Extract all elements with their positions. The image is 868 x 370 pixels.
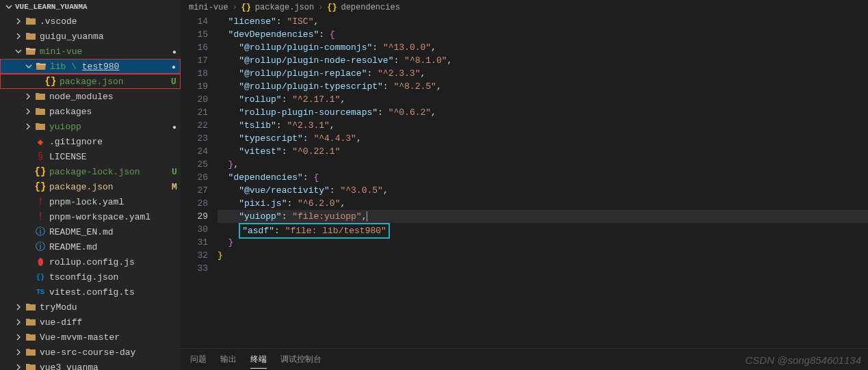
code-line[interactable]: "@rollup/plugin-typescript": "^8.2.5", [218, 80, 868, 93]
modified-dot-icon [168, 47, 181, 57]
tree-item[interactable]: !pnpm-lock.yaml [0, 194, 181, 209]
code-line[interactable]: "rollup-plugin-sourcemaps": "^0.6.2", [218, 106, 868, 119]
tree-item[interactable]: guigu_yuanma [0, 29, 181, 44]
line-number: 29 [181, 210, 208, 223]
code-line[interactable]: "tslib": "^2.3.1", [218, 119, 868, 132]
tree-item[interactable]: vue-diff [0, 315, 181, 330]
tree-item[interactable]: ⬮rollup.config.js [0, 254, 181, 269]
chevron-right-icon [15, 349, 22, 356]
git-icon: ◆ [35, 136, 46, 147]
license-icon: § [35, 151, 46, 162]
ts-json-icon: {} [35, 272, 46, 282]
chevron-right-icon [15, 334, 22, 341]
tree-item[interactable]: node_modules [0, 89, 181, 104]
line-number: 14 [181, 15, 208, 28]
tree-item[interactable]: ◆.gitignore [0, 134, 181, 149]
chevron-right-icon [15, 364, 22, 370]
line-number: 30 [181, 223, 208, 236]
md-icon: ⓘ [35, 241, 46, 252]
tree-item[interactable]: ⓘREADME.md [0, 239, 181, 254]
code-line[interactable]: "dependencies": { [218, 171, 868, 184]
git-status-badge: M [168, 182, 181, 192]
folder-icon [35, 121, 46, 132]
breadcrumb[interactable]: mini-vue › {} package.json › {} dependen… [181, 0, 868, 15]
sidebar-header[interactable]: VUE_LEARN_YUANMA [0, 0, 181, 14]
tree-item[interactable]: tryModu [0, 300, 181, 315]
tree-item[interactable]: §LICENSE [0, 149, 181, 164]
code-line[interactable]: "vitest": "^0.22.1" [218, 145, 868, 158]
tree-item[interactable]: ⓘREADME_EN.md [0, 224, 181, 239]
folder-icon [25, 347, 36, 358]
chevron-right-icon [15, 33, 22, 40]
tree-item[interactable]: vue3_yuanma [0, 360, 181, 370]
chevron-right-icon [15, 18, 22, 25]
code-line[interactable] [218, 262, 868, 275]
breadcrumb-part[interactable]: dependencies [341, 3, 399, 12]
tree-item[interactable]: !pnpm-workspace.yaml [0, 209, 181, 224]
line-number: 33 [181, 262, 208, 275]
line-number: 15 [181, 28, 208, 41]
code-line[interactable]: "asdf": "file: lib/test980" [218, 223, 868, 236]
code-line[interactable]: "@rollup/plugin-commonjs": "^13.0.0", [218, 41, 868, 54]
folder-icon [35, 91, 46, 102]
json-icon: {} [45, 76, 56, 87]
tree-item[interactable]: packages [0, 104, 181, 119]
code-line[interactable]: "typescript": "^4.4.3", [218, 132, 868, 145]
code-line[interactable]: "rollup": "^2.17.1", [218, 93, 868, 106]
tree-item-label: .vscode [40, 16, 165, 27]
breadcrumb-part[interactable]: mini-vue [189, 3, 228, 12]
code-line[interactable]: "license": "ISC", [218, 15, 868, 28]
code-line[interactable]: "@vue/reactivity": "^3.0.5", [218, 184, 868, 197]
tree-item-label: pnpm-lock.yaml [49, 197, 165, 207]
panel-tab[interactable]: 问题 [190, 351, 207, 368]
tree-item-label: lib \ test980 [50, 62, 164, 72]
tree-item[interactable]: .vscode [0, 14, 181, 29]
code-content[interactable]: "license": "ISC", "devDependencies": { "… [218, 15, 868, 348]
tree-item-label: vue-src-course-day [40, 347, 165, 358]
json-icon: {} [327, 3, 337, 12]
file-tree: .vscodeguigu_yuanmamini-vuelib \ test980… [0, 14, 181, 370]
tree-item[interactable]: vue-src-course-day [0, 345, 181, 360]
code-line[interactable]: "yuiopp": "file:yuiopp", [218, 210, 868, 223]
chevron-right-icon [25, 108, 31, 115]
line-number: 24 [181, 145, 208, 158]
breadcrumb-part[interactable]: package.json [255, 3, 314, 12]
folder-icon [25, 16, 36, 27]
code-line[interactable]: "@rollup/plugin-node-resolve": "^8.1.0", [218, 54, 868, 67]
tree-item[interactable]: {}package-lock.jsonU [0, 164, 181, 179]
yaml-icon: ! [35, 196, 46, 207]
panel-tab[interactable]: 终端 [250, 351, 267, 369]
git-status-badge: U [168, 77, 180, 87]
code-line[interactable]: "devDependencies": { [218, 28, 868, 41]
code-line[interactable]: "pixi.js": "^6.2.0", [218, 197, 868, 210]
folder-icon [25, 31, 36, 42]
tree-item[interactable]: lib \ test980 [0, 59, 181, 74]
tree-item-label: rollup.config.js [49, 257, 165, 267]
chevron-right-icon [25, 93, 31, 100]
tree-item-label: pnpm-workspace.yaml [49, 212, 165, 222]
tree-item[interactable]: {}package.jsonU [0, 74, 181, 89]
chevron-down-icon [25, 63, 32, 70]
chevron-right-icon: › [233, 3, 237, 12]
tree-item[interactable]: {}package.jsonM [0, 179, 181, 194]
panel-tab[interactable]: 调试控制台 [280, 351, 321, 368]
line-number: 17 [181, 54, 208, 67]
panel-tab[interactable]: 输出 [220, 351, 237, 368]
line-number: 20 [181, 93, 208, 106]
code-editor[interactable]: 1415161718192021222324252627282930313233… [181, 15, 868, 348]
tree-item-label: packages [49, 107, 165, 117]
tree-item[interactable]: yuiopp [0, 119, 181, 134]
tree-item-label: package-lock.json [49, 167, 165, 177]
code-line[interactable]: }, [218, 158, 868, 171]
tree-item-label: tryModu [40, 302, 165, 313]
js-icon: ⬮ [35, 256, 46, 267]
code-line[interactable]: } [218, 249, 868, 262]
editor-area: mini-vue › {} package.json › {} dependen… [181, 0, 868, 370]
tree-item-label: vue3_yuanma [40, 362, 165, 371]
code-line[interactable]: "@rollup/plugin-replace": "^2.3.3", [218, 67, 868, 80]
tree-item[interactable]: {}tsconfig.json [0, 269, 181, 285]
tree-item-label: yuiopp [49, 122, 165, 132]
tree-item[interactable]: Vue-mvvm-master [0, 330, 181, 345]
tree-item[interactable]: mini-vue [0, 44, 181, 59]
tree-item[interactable]: TSvitest.config.ts [0, 285, 181, 300]
